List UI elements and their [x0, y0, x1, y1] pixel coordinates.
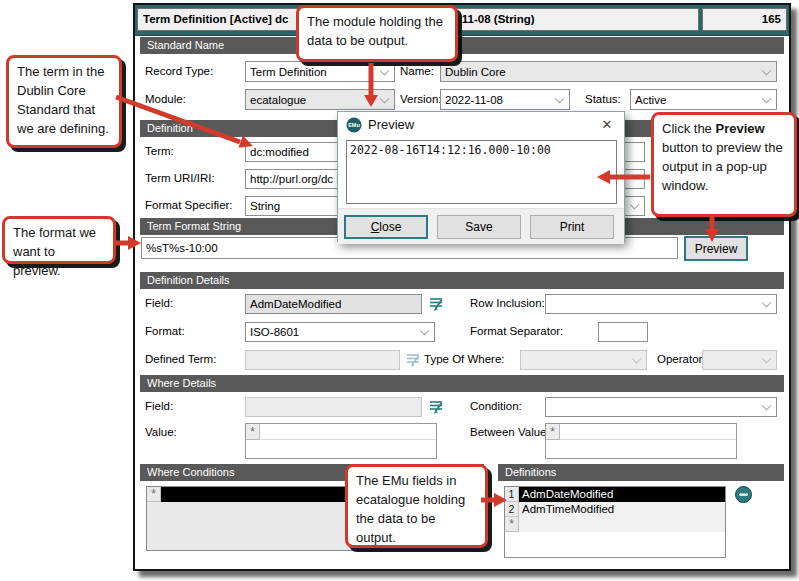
- value-grid[interactable]: *: [245, 423, 437, 459]
- save-button[interactable]: Save: [437, 215, 521, 239]
- dd-field-value: AdmDateModified: [250, 298, 341, 310]
- condition-label: Condition:: [470, 400, 522, 412]
- chevron-down-icon: [762, 354, 772, 364]
- record-type-select[interactable]: Term Definition: [245, 61, 395, 82]
- version-value: 2022-11-08: [445, 94, 503, 106]
- definitions-row[interactable]: 1 AdmDateModified: [505, 487, 725, 502]
- between-value-grid-row-divider: [560, 439, 736, 440]
- chevron-down-icon: [632, 354, 642, 364]
- definitions-row[interactable]: *: [505, 517, 725, 532]
- version-select[interactable]: 2022-11-08: [440, 89, 570, 110]
- chevron-down-icon: [380, 65, 390, 75]
- module-value: ecatalogue: [250, 94, 306, 106]
- callout-module: The module holding the data to be output…: [296, 5, 458, 62]
- between-value-label: Between Value:: [470, 426, 550, 438]
- close-button[interactable]: Close: [344, 215, 428, 239]
- preview-output-textarea[interactable]: 2022-08-16T14:12:16.000-10:00: [346, 140, 617, 204]
- callout-emu-fields: The EMu fields in ecatalogue holding the…: [345, 464, 488, 548]
- term-format-string-value: %sT%s-10:00: [146, 242, 218, 254]
- record-count: 165: [702, 8, 787, 31]
- chevron-down-icon: [380, 93, 390, 103]
- chevron-down-icon: [762, 298, 772, 308]
- term-uri-label: Term URI/IRI:: [145, 172, 215, 184]
- wc-new-row-marker: *: [147, 487, 161, 502]
- chevron-down-icon: [762, 93, 772, 103]
- remove-row-button[interactable]: [735, 486, 752, 503]
- close-icon[interactable]: ✕: [598, 116, 616, 134]
- callout-module-text: The module holding the data to be output…: [307, 14, 443, 48]
- record-type-value: Term Definition: [250, 66, 327, 78]
- module-label: Module:: [145, 93, 186, 105]
- callout-preview: Click the Preview button to preview the …: [651, 112, 797, 217]
- status-select[interactable]: Active: [630, 89, 777, 110]
- value-label: Value:: [145, 426, 177, 438]
- dd-format-label: Format:: [145, 325, 185, 337]
- definition-field-name: [519, 517, 725, 532]
- term-value: dc:modified: [250, 146, 309, 158]
- chevron-down-icon: [762, 401, 772, 411]
- definitions-grid[interactable]: 1 AdmDateModified 2 AdmTimeModified *: [504, 486, 726, 558]
- print-button[interactable]: Print: [530, 215, 614, 239]
- field-lookup-icon[interactable]: [427, 296, 445, 312]
- row-number: 2: [505, 502, 519, 517]
- callout-preview-bold: Preview: [715, 121, 764, 136]
- wd-field-input: [245, 397, 422, 417]
- format-separator-label: Format Separator:: [470, 325, 563, 337]
- close-button-label: Close: [371, 220, 402, 234]
- module-select[interactable]: ecatalogue: [245, 89, 395, 110]
- type-of-where-label: Type Of Where:: [424, 353, 505, 365]
- defined-term-label: Defined Term:: [145, 353, 216, 365]
- dd-field-label: Field:: [145, 297, 173, 309]
- callout-preview-text: button to preview the output in a pop-up…: [662, 140, 783, 193]
- section-header-definitions: Definitions: [498, 464, 784, 481]
- format-specifier-label: Format Specifier:: [145, 199, 233, 211]
- window-title-left: Term Definition [Active] dc: [143, 9, 288, 30]
- dialog-title: Preview: [368, 117, 414, 132]
- between-value-grid[interactable]: *: [545, 423, 737, 459]
- dd-field-input[interactable]: AdmDateModified: [245, 294, 422, 314]
- callout-emu-fields-text: The EMu fields in ecatalogue holding the…: [356, 473, 465, 545]
- operator-select: [702, 350, 777, 370]
- name-value: Dublin Core: [445, 66, 506, 78]
- format-specifier-value: String: [250, 200, 280, 212]
- chevron-down-icon: [555, 93, 565, 103]
- callout-term: The term in the Dublin Core Standard tha…: [6, 55, 122, 148]
- between-value-grid-new-row-marker: *: [546, 424, 560, 440]
- format-separator-input[interactable]: [598, 322, 648, 342]
- callout-term-text: The term in the Dublin Core Standard tha…: [17, 64, 109, 136]
- print-button-label: Print: [560, 220, 585, 234]
- callout-format: The format we want to preview.: [2, 216, 116, 264]
- row-inclusion-select[interactable]: [545, 294, 777, 314]
- preview-dialog: EMu Preview ✕ 2022-08-16T14:12:16.000-10…: [337, 111, 625, 242]
- section-header-where-details: Where Details: [140, 375, 784, 392]
- name-select[interactable]: Dublin Core: [440, 61, 777, 82]
- record-type-label: Record Type:: [145, 65, 213, 77]
- wd-field-lookup-icon[interactable]: [427, 399, 445, 415]
- save-button-label: Save: [465, 220, 492, 234]
- emu-logo-icon: EMu: [346, 117, 362, 133]
- chevron-down-icon: [762, 65, 772, 75]
- wd-field-label: Field:: [145, 400, 173, 412]
- name-label: Name:: [400, 65, 434, 77]
- screenshot-canvas: Term Definition [Active] dc -11-08 (Stri…: [0, 0, 799, 581]
- type-of-where-select: [520, 350, 647, 370]
- chevron-down-icon: [630, 200, 640, 210]
- dd-format-value: ISO-8601: [250, 326, 299, 338]
- operator-label: Operator:: [657, 353, 706, 365]
- term-uri-value: http://purl.org/dc: [250, 173, 333, 185]
- defined-term-lookup-icon: [404, 352, 422, 368]
- definition-field-name: AdmTimeModified: [519, 502, 725, 517]
- term-label: Term:: [145, 145, 174, 157]
- svg-text:EMu: EMu: [348, 122, 360, 128]
- preview-button-label: Preview: [695, 242, 738, 256]
- window-title-right: -11-08 (String): [458, 9, 535, 30]
- row-number: 1: [505, 487, 519, 502]
- window-titlebar: Term Definition [Active] dc -11-08 (Stri…: [135, 5, 789, 36]
- dd-format-select[interactable]: ISO-8601: [245, 322, 435, 342]
- value-grid-row-divider: [260, 439, 436, 440]
- row-number: *: [505, 517, 519, 532]
- condition-select[interactable]: [545, 397, 777, 417]
- section-header-standard-name: Standard Name: [140, 37, 784, 54]
- preview-button[interactable]: Preview: [684, 236, 748, 261]
- definitions-row[interactable]: 2 AdmTimeModified: [505, 502, 725, 517]
